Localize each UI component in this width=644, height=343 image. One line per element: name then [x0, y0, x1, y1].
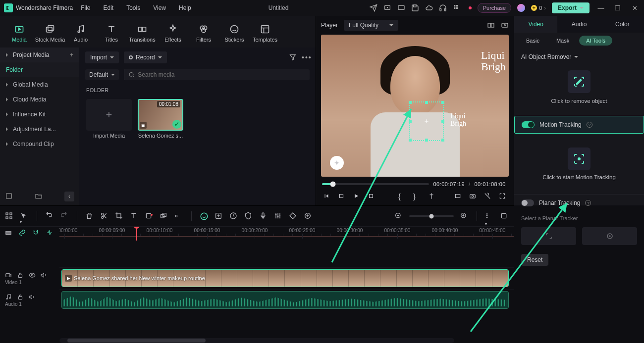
menu-edit[interactable]: Edit	[99, 2, 119, 13]
tl-grid-icon[interactable]	[5, 212, 14, 221]
redo-icon[interactable]	[60, 212, 69, 221]
screen-icon[interactable]	[397, 4, 405, 12]
window-minimize-icon[interactable]: —	[595, 4, 606, 12]
lock-icon[interactable]	[17, 272, 24, 279]
filter-icon[interactable]	[289, 53, 297, 61]
tab-stickers[interactable]: Stickers	[219, 21, 250, 43]
planar-tracking-toggle[interactable]	[521, 199, 534, 206]
device-icon[interactable]	[383, 4, 391, 12]
tab-stock-media[interactable]: Stock Media	[35, 21, 65, 43]
send-icon[interactable]	[370, 4, 377, 12]
prev-frame-icon[interactable]	[323, 193, 331, 200]
tl-pointer-icon[interactable]: ▾	[20, 212, 29, 221]
sidebar-item-influence-kit[interactable]: Influence Kit	[0, 107, 79, 122]
window-maximize-icon[interactable]: ❐	[612, 4, 623, 12]
tab-video[interactable]: Video	[514, 16, 557, 33]
subtab-basic[interactable]: Basic	[519, 36, 546, 46]
tl-snap-icon[interactable]	[46, 229, 55, 238]
reset-button[interactable]: Reset	[521, 254, 548, 266]
add-icon[interactable]: +	[70, 51, 73, 58]
audio-track-header[interactable]: Audio 1	[0, 289, 59, 311]
object-remover-button[interactable]	[568, 70, 590, 93]
aspect-icon[interactable]	[454, 193, 462, 200]
subtab-ai-tools[interactable]: AI Tools	[579, 36, 612, 46]
more-icon[interactable]: •••	[302, 53, 310, 61]
split-icon[interactable]	[100, 212, 109, 221]
planar-tracker-option-b[interactable]	[582, 227, 637, 245]
tab-titles[interactable]: Titles	[96, 21, 127, 43]
tl-safe-icon[interactable]	[244, 212, 253, 221]
mark-out-icon[interactable]: }	[413, 193, 421, 200]
purchase-button[interactable]: Purchase	[478, 3, 511, 13]
cloud-icon[interactable]	[425, 4, 433, 12]
menu-help[interactable]: Help	[174, 2, 196, 13]
text-icon[interactable]	[130, 212, 139, 221]
window-close-icon[interactable]: ✕	[629, 4, 640, 12]
stop-icon[interactable]	[338, 193, 346, 200]
audio-track-row[interactable]	[59, 289, 514, 311]
voiceover-icon[interactable]	[484, 193, 492, 200]
video-clip[interactable]: ▶ Selena Gomez shared her New winter mak…	[61, 269, 509, 287]
record-button[interactable]: Record	[124, 51, 167, 63]
tab-filters[interactable]: Filters	[188, 21, 219, 43]
video-track-header[interactable]: Video 1	[0, 267, 59, 289]
zoom-slider[interactable]	[409, 215, 454, 217]
tl-speed-icon[interactable]	[229, 212, 238, 221]
snapshot-view-icon[interactable]	[501, 21, 509, 29]
delete-icon[interactable]	[85, 212, 94, 221]
planar-tracking-row[interactable]: Planar Tracking ?	[514, 194, 644, 211]
menu-file[interactable]: File	[76, 2, 95, 13]
crop-icon[interactable]	[115, 212, 124, 221]
sidebar-item-adjustment-layer[interactable]: Adjustment La...	[0, 122, 79, 137]
timeline-ruler[interactable]: 00:00:00:0000:00:05:0000:00:10:0000:00:1…	[59, 227, 514, 241]
tl-view-icon[interactable]: ▾	[485, 212, 494, 221]
motion-tracking-toggle[interactable]	[522, 121, 535, 128]
ai-object-remover-header[interactable]: AI Object Remover	[514, 49, 644, 65]
export-button[interactable]: Export	[552, 2, 590, 13]
sidebar-item-folder[interactable]: Folder	[0, 62, 79, 77]
tab-audio[interactable]: Audio	[557, 16, 600, 33]
zoom-out-icon[interactable]	[394, 212, 403, 221]
new-folder-icon[interactable]	[35, 192, 44, 201]
bin-icon[interactable]	[5, 192, 14, 201]
headphones-icon[interactable]	[439, 4, 447, 12]
lock-icon[interactable]	[17, 294, 24, 300]
menu-tools[interactable]: Tools	[121, 2, 145, 13]
tl-settings-icon[interactable]	[500, 212, 509, 221]
zoom-in-icon[interactable]	[460, 212, 469, 221]
collapse-sidebar-icon[interactable]: ‹	[64, 192, 74, 201]
help-icon[interactable]: ?	[587, 122, 592, 128]
tab-templates[interactable]: Templates	[250, 21, 280, 43]
sidebar-item-cloud-media[interactable]: Cloud Media	[0, 92, 79, 107]
media-sidebar-header[interactable]: Project Media +	[0, 48, 79, 62]
tab-audio[interactable]: Audio	[65, 21, 96, 43]
subtab-mask[interactable]: Mask	[549, 36, 576, 46]
search-input[interactable]	[124, 69, 310, 80]
save-icon[interactable]	[411, 4, 419, 12]
mark-in-icon[interactable]: {	[398, 193, 406, 200]
tracking-selection-box[interactable]: ＋	[409, 101, 444, 141]
scrub-bar[interactable]	[322, 183, 429, 185]
mute-icon[interactable]	[29, 294, 36, 300]
help-icon[interactable]: ?	[585, 200, 591, 206]
eye-icon[interactable]	[29, 272, 36, 279]
next-frame-icon[interactable]	[368, 193, 376, 200]
motion-tracking-row[interactable]: Motion Tracking ?	[514, 116, 644, 134]
video-track-row[interactable]: ▶ Selena Gomez shared her New winter mak…	[59, 267, 514, 289]
tab-transitions[interactable]: Transitions	[127, 21, 158, 43]
tl-record-icon[interactable]	[145, 212, 154, 221]
tl-enhance-icon[interactable]	[215, 212, 223, 221]
tl-add-track-icon[interactable]	[304, 212, 313, 221]
planar-tracker-option-a[interactable]	[521, 227, 576, 245]
tab-effects[interactable]: Effects	[158, 21, 188, 43]
fullscreen-icon[interactable]	[499, 193, 507, 200]
tl-link-icon[interactable]	[19, 229, 28, 238]
user-avatar[interactable]	[517, 4, 525, 12]
apps-icon[interactable]	[453, 4, 461, 12]
audio-clip[interactable]	[61, 291, 509, 309]
group-icon[interactable]	[160, 212, 168, 221]
quality-dropdown[interactable]: Full Quality	[344, 20, 398, 31]
tl-magnet-icon[interactable]	[32, 229, 41, 238]
undo-icon[interactable]	[45, 212, 54, 221]
tl-keyframe-icon[interactable]	[289, 212, 298, 221]
